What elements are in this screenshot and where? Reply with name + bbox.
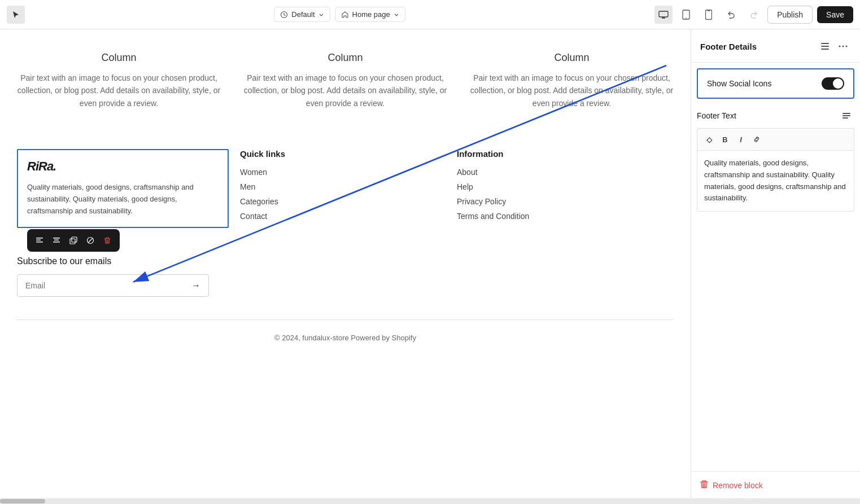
tablet-view-btn[interactable] (677, 6, 695, 24)
show-social-icons-label: Show Social Icons (707, 79, 771, 88)
footer-link-terms[interactable]: Terms and Condition (457, 212, 674, 221)
copyright-text: © 2024, fundalux-store Powered by Shopif… (274, 334, 416, 342)
editor-toolbar: ◇ B I (697, 128, 854, 150)
undo-btn[interactable] (722, 6, 740, 24)
footer-information-col: Information About Help Privacy Policy Te… (457, 149, 674, 228)
svg-point-21 (842, 46, 844, 47)
panel-header: Footer Details (691, 29, 860, 63)
homepage-label: Home page (352, 10, 390, 19)
footer-brand-block[interactable]: RiRa. Quality materials, good designs, c… (17, 149, 229, 228)
information-title: Information (457, 149, 674, 159)
toolbar-align-left-btn[interactable] (32, 233, 47, 248)
column-3: Column Pair text with an image to focus … (470, 52, 674, 109)
svg-rect-25 (842, 117, 848, 119)
email-input[interactable] (25, 281, 191, 290)
svg-rect-12 (53, 242, 60, 243)
bottom-scrollbar[interactable] (0, 498, 860, 504)
panel-list-btn[interactable] (817, 38, 833, 54)
main-layout: Column Pair text with an image to focus … (0, 29, 860, 498)
toolbar-disable-btn[interactable] (82, 233, 98, 248)
footer-link-contact[interactable]: Contact (240, 212, 457, 221)
svg-line-16 (88, 238, 93, 243)
footer-link-men[interactable]: Men (240, 182, 457, 191)
canvas-area[interactable]: Column Pair text with an image to focus … (0, 29, 691, 498)
editor-tool-italic[interactable]: I (734, 132, 748, 147)
canvas-content: Column Pair text with an image to focus … (0, 29, 691, 498)
footer-text-section: Footer Text ◇ B I Quality materials, goo… (691, 102, 860, 471)
toggle-knob (833, 78, 843, 89)
homepage-dropdown[interactable]: Home page (335, 7, 405, 22)
footer-link-help[interactable]: Help (457, 182, 674, 191)
svg-rect-10 (53, 238, 60, 239)
email-submit-btn[interactable]: → (191, 281, 200, 291)
column-3-title: Column (470, 52, 674, 64)
svg-rect-24 (842, 115, 850, 116)
footer-top: RiRa. Quality materials, good designs, c… (17, 149, 674, 228)
svg-point-20 (839, 46, 841, 47)
editor-tool-link[interactable] (749, 132, 764, 147)
topbar-center: Default Home page (274, 7, 405, 22)
svg-rect-18 (821, 46, 829, 47)
remove-block-label: Remove block (713, 481, 763, 490)
desktop-view-btn[interactable] (654, 6, 673, 24)
topbar: Default Home page Publish Save (0, 0, 860, 29)
default-dropdown[interactable]: Default (274, 7, 330, 22)
svg-rect-1 (659, 11, 668, 17)
editor-tool-bold[interactable]: B (718, 132, 732, 147)
subscribe-section: Subscribe to our emails → (17, 256, 674, 297)
toolbar-align-center-btn[interactable] (49, 233, 64, 248)
save-button[interactable]: Save (817, 6, 853, 23)
svg-point-22 (846, 46, 848, 47)
panel-more-btn[interactable] (835, 38, 851, 54)
footer-link-privacy[interactable]: Privacy Policy (457, 197, 674, 206)
mobile-view-btn[interactable] (700, 6, 718, 24)
footer-text-header: Footer Text (697, 108, 854, 124)
svg-point-3 (686, 17, 687, 19)
quick-links-title: Quick links (240, 149, 457, 159)
column-1-text: Pair text with an image to focus on your… (17, 72, 221, 109)
publish-button[interactable]: Publish (767, 6, 813, 24)
footer-quick-links-col: Quick links Women Men Categories Contact (240, 149, 457, 228)
footer-section: RiRa. Quality materials, good designs, c… (17, 138, 674, 342)
column-2-text: Pair text with an image to focus on your… (243, 72, 447, 109)
svg-rect-11 (54, 240, 59, 241)
column-2-title: Column (243, 52, 447, 64)
svg-rect-9 (36, 242, 43, 243)
footer-link-women[interactable]: Women (240, 168, 457, 177)
svg-rect-13 (72, 237, 77, 242)
svg-rect-14 (70, 239, 75, 244)
footer-text-content: Quality materials, good designs, craftsm… (704, 159, 846, 202)
floating-toolbar (27, 229, 120, 252)
brand-text: Quality materials, good designs, craftsm… (27, 182, 219, 217)
editor-tool-diamond[interactable]: ◇ (702, 132, 717, 147)
footer-link-about[interactable]: About (457, 168, 674, 177)
redo-btn[interactable] (745, 6, 763, 24)
footer-text-collapse-btn[interactable] (839, 108, 854, 124)
topbar-left (7, 6, 25, 24)
footer-links-container: Quick links Women Men Categories Contact… (229, 149, 674, 228)
column-1: Column Pair text with an image to focus … (17, 52, 221, 109)
subscribe-title: Subscribe to our emails (17, 256, 674, 266)
toolbar-delete-btn[interactable] (99, 233, 115, 248)
remove-block-row[interactable]: Remove block (691, 471, 860, 498)
topbar-right: Publish Save (654, 6, 853, 24)
svg-rect-7 (36, 238, 43, 239)
footer-text-editor[interactable]: Quality materials, good designs, craftsm… (697, 150, 854, 212)
panel-header-icons (817, 38, 851, 54)
footer-text-label: Footer Text (697, 111, 736, 120)
cursor-tool-btn[interactable] (7, 6, 25, 24)
panel-title: Footer Details (700, 42, 757, 51)
default-label: Default (291, 10, 315, 19)
svg-rect-23 (842, 113, 850, 114)
columns-section: Column Pair text with an image to focus … (17, 52, 674, 109)
show-social-icons-toggle[interactable] (822, 77, 844, 90)
column-2: Column Pair text with an image to focus … (243, 52, 447, 109)
svg-rect-17 (821, 43, 829, 44)
brand-logo: RiRa. (27, 159, 219, 174)
column-3-text: Pair text with an image to focus on your… (470, 72, 674, 109)
email-input-row: → (17, 274, 209, 297)
svg-rect-4 (706, 10, 712, 19)
toolbar-copy-btn[interactable] (66, 233, 81, 248)
svg-rect-8 (36, 240, 41, 241)
footer-link-categories[interactable]: Categories (240, 197, 457, 206)
